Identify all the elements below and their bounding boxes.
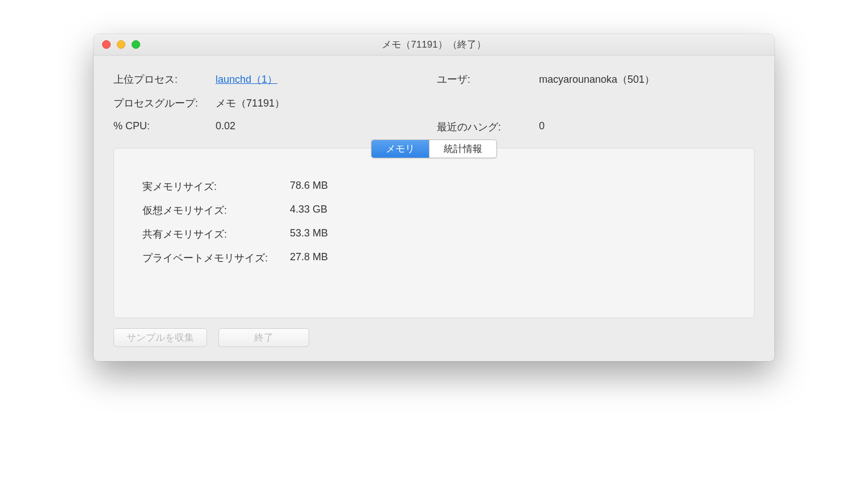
minimize-button[interactable] bbox=[117, 40, 125, 49]
process-info-window: メモ（71191）（終了） 上位プロセス: launchd（1） ユーザ: ma… bbox=[94, 34, 774, 361]
parent-process-value: launchd（1） bbox=[216, 73, 431, 86]
memory-panel: 実メモリサイズ: 78.6 MB 仮想メモリサイズ: 4.33 GB 共有メモリ… bbox=[113, 148, 755, 318]
parent-process-link[interactable]: launchd（1） bbox=[216, 74, 277, 85]
quit-button[interactable]: 終了 bbox=[218, 328, 309, 347]
tab-statistics[interactable]: 統計情報 bbox=[429, 140, 496, 158]
cpu-value: 0.02 bbox=[216, 120, 431, 134]
real-memory-label: 実メモリサイズ: bbox=[142, 180, 290, 193]
process-group-label: プロセスグループ: bbox=[113, 96, 210, 110]
traffic-lights bbox=[94, 40, 140, 49]
memory-grid: 実メモリサイズ: 78.6 MB 仮想メモリサイズ: 4.33 GB 共有メモリ… bbox=[142, 180, 726, 265]
process-info-grid: 上位プロセス: launchd（1） ユーザ: macyarounanoka（5… bbox=[113, 73, 755, 134]
virtual-memory-value: 4.33 GB bbox=[290, 204, 726, 217]
tab-memory[interactable]: メモリ bbox=[372, 140, 429, 158]
user-value: macyarounanoka（501） bbox=[539, 73, 755, 86]
zoom-button[interactable] bbox=[132, 40, 140, 49]
virtual-memory-label: 仮想メモリサイズ: bbox=[142, 204, 290, 217]
shared-memory-label: 共有メモリサイズ: bbox=[142, 227, 290, 241]
tab-bar: メモリ 統計情報 bbox=[371, 139, 497, 158]
shared-memory-value: 53.3 MB bbox=[290, 227, 726, 241]
titlebar: メモ（71191）（終了） bbox=[94, 34, 774, 56]
recent-hangs-label: 最近のハング: bbox=[437, 120, 533, 134]
cpu-label: % CPU: bbox=[113, 120, 210, 134]
parent-process-label: 上位プロセス: bbox=[113, 73, 210, 86]
window-title: メモ（71191）（終了） bbox=[94, 38, 774, 51]
sample-button[interactable]: サンプルを収集 bbox=[113, 328, 207, 347]
private-memory-value: 27.8 MB bbox=[290, 251, 726, 265]
process-group-value: メモ（71191） bbox=[216, 96, 431, 110]
panel-wrap: メモリ 統計情報 実メモリサイズ: 78.6 MB 仮想メモリサイズ: 4.33… bbox=[113, 148, 755, 318]
close-button[interactable] bbox=[102, 40, 111, 49]
recent-hangs-value: 0 bbox=[539, 120, 755, 134]
footer: サンプルを収集 終了 bbox=[113, 328, 755, 347]
real-memory-value: 78.6 MB bbox=[290, 180, 726, 193]
private-memory-label: プライベートメモリサイズ: bbox=[142, 251, 290, 265]
content: 上位プロセス: launchd（1） ユーザ: macyarounanoka（5… bbox=[94, 56, 774, 361]
user-label: ユーザ: bbox=[437, 73, 533, 86]
